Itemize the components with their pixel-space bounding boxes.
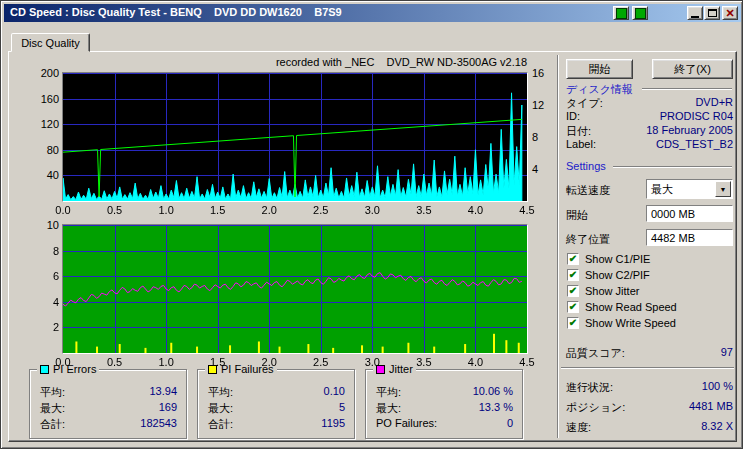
titlebar-disc-icon-button[interactable] xyxy=(632,6,648,20)
axis-tick-label: 0.5 xyxy=(102,356,128,368)
transfer-speed-select[interactable]: 最大 ▼ xyxy=(646,179,733,199)
axis-tick-label: 4 xyxy=(33,296,59,308)
quality-score-row: 品質スコア: 97 xyxy=(566,346,733,360)
panel-divider xyxy=(557,55,558,438)
axis-tick-label: 8 xyxy=(532,131,552,143)
exit-button[interactable]: 終了(X) xyxy=(652,59,733,79)
axis-tick-label: 3.0 xyxy=(359,204,385,216)
field-label: 品質スコア: xyxy=(566,346,625,361)
stat-label: 平均: xyxy=(376,385,401,400)
axis-tick-label: 2.0 xyxy=(256,356,282,368)
field-value: 100 % xyxy=(702,380,733,392)
chart-icon xyxy=(616,8,627,19)
field-value: 4481 MB xyxy=(689,400,733,412)
axis-tick-label: 0.0 xyxy=(50,356,76,368)
field-label: 転送速度 xyxy=(566,183,610,198)
check-icon: ✔ xyxy=(569,254,577,264)
stat-row: 最大: 169 xyxy=(30,401,186,415)
stat-label: 合計: xyxy=(40,417,65,432)
stat-value: 13.94 xyxy=(149,385,177,397)
pi-failures-group: PI Failures 平均: 0.10 最大: 5 合計: 1195 xyxy=(197,369,355,439)
axis-tick-label: 3.5 xyxy=(411,356,437,368)
axis-tick-label: 3.0 xyxy=(359,356,385,368)
maximize-button[interactable] xyxy=(704,6,720,20)
close-icon: ✕ xyxy=(725,8,734,19)
stat-row: 平均: 0.10 xyxy=(198,385,354,399)
checkbox-show-write-speed[interactable]: ✔ Show Write Speed xyxy=(567,316,676,330)
check-icon: ✔ xyxy=(569,286,577,296)
field-label: タイプ: xyxy=(566,96,603,111)
pi-errors-swatch xyxy=(40,365,49,374)
stat-row: 合計: 1195 xyxy=(198,417,354,431)
stat-value: 10.06 % xyxy=(473,385,513,397)
stat-row: 最大: 13.3 % xyxy=(366,401,522,415)
end-position-input[interactable] xyxy=(646,229,733,246)
stat-row: 平均: 13.94 xyxy=(30,385,186,399)
tab-label: Disc Quality xyxy=(21,37,80,49)
stat-row: 平均: 10.06 % xyxy=(366,385,522,399)
stat-value: 182543 xyxy=(140,417,177,429)
pi-errors-group: PI Errors 平均: 13.94 最大: 169 合計: 182543 xyxy=(29,369,187,439)
axis-tick-label: 4.0 xyxy=(462,356,488,368)
recorded-with-label: recorded with _NEC DVD_RW ND-3500AG v2.1… xyxy=(251,56,527,68)
jitter-group: Jitter 平均: 10.06 % 最大: 13.3 % PO Failure… xyxy=(365,369,523,439)
close-button[interactable]: ✕ xyxy=(722,6,738,20)
start-button[interactable]: 開始 xyxy=(566,59,633,79)
checkbox-box[interactable]: ✔ xyxy=(567,269,579,281)
stat-value: 1195 xyxy=(321,417,345,429)
axis-tick-label: 200 xyxy=(33,67,59,79)
minimize-button[interactable] xyxy=(687,6,703,20)
stat-row: PO Failures: 0 xyxy=(366,417,522,431)
field-value: DVD+R xyxy=(695,96,733,108)
axis-tick-label: 4.5 xyxy=(514,356,540,368)
settings-header: Settings xyxy=(566,160,606,172)
dropdown-button[interactable]: ▼ xyxy=(715,181,731,197)
stat-label: 合計: xyxy=(208,417,233,432)
axis-tick-label: 2.0 xyxy=(256,204,282,216)
start-position-input[interactable] xyxy=(646,205,733,222)
disc-type-row: タイプ: DVD+R xyxy=(566,96,733,110)
chevron-down-icon: ▼ xyxy=(720,186,727,193)
check-icon: ✔ xyxy=(569,270,577,280)
header-divider xyxy=(613,166,732,167)
axis-tick-label: 2 xyxy=(33,321,59,333)
axis-tick-label: 0.0 xyxy=(50,204,76,216)
axis-tick-label: 4 xyxy=(532,163,552,175)
checkbox-box[interactable]: ✔ xyxy=(567,253,579,265)
checkbox-box[interactable]: ✔ xyxy=(567,301,579,313)
header-divider xyxy=(642,88,732,89)
field-value: CDS_TEST_B2 xyxy=(656,138,733,150)
window-title: CD Speed : Disc Quality Test - BENQ DVD … xyxy=(10,6,342,18)
axis-tick-label: 2.5 xyxy=(308,356,334,368)
section-divider xyxy=(561,367,734,368)
axis-tick-label: 40 xyxy=(33,169,59,181)
field-label: Label: xyxy=(566,138,596,150)
axis-tick-label: 2.5 xyxy=(308,204,334,216)
stat-label: 平均: xyxy=(208,385,233,400)
field-label: ポジション: xyxy=(566,400,625,415)
check-icon: ✔ xyxy=(569,302,577,312)
field-value: PRODISC R04 xyxy=(660,110,733,122)
field-value: 18 February 2005 xyxy=(646,124,733,136)
checkbox-show-c1-pie[interactable]: ✔ Show C1/PIE xyxy=(567,252,650,266)
checkbox-box[interactable]: ✔ xyxy=(567,317,579,329)
group-title: Jitter xyxy=(389,363,413,376)
checkbox-box[interactable]: ✔ xyxy=(567,285,579,297)
checkbox-show-read-speed[interactable]: ✔ Show Read Speed xyxy=(567,300,677,314)
field-label: 速度: xyxy=(566,420,591,435)
axis-tick-label: 160 xyxy=(33,93,59,105)
tab-disc-quality[interactable]: Disc Quality xyxy=(11,33,90,52)
titlebar-chart-icon-button[interactable] xyxy=(613,6,629,20)
field-value: 97 xyxy=(721,346,733,358)
axis-tick-label: 120 xyxy=(33,118,59,130)
checkbox-label: Show Write Speed xyxy=(585,317,676,329)
checkbox-show-c2-pif[interactable]: ✔ Show C2/PIF xyxy=(567,268,650,282)
check-icon: ✔ xyxy=(569,318,577,328)
stat-value: 5 xyxy=(339,401,345,413)
axis-tick-label: 10 xyxy=(33,219,59,231)
title-bar[interactable]: CD Speed : Disc Quality Test - BENQ DVD … xyxy=(4,4,741,22)
field-label: ID: xyxy=(566,110,580,122)
checkbox-show-jitter[interactable]: ✔ Show Jitter xyxy=(567,284,639,298)
stat-label: 平均: xyxy=(40,385,65,400)
progress-row: 進行状況: 100 % xyxy=(566,380,733,394)
